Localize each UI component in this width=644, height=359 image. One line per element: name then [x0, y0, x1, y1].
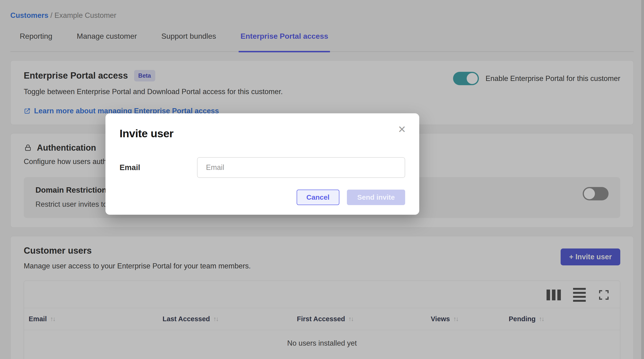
email-input[interactable]: [197, 157, 405, 178]
modal-actions: Cancel Send invite: [120, 190, 405, 205]
modal-title: Invite user: [120, 127, 405, 140]
email-field-label: Email: [120, 163, 197, 172]
cancel-button[interactable]: Cancel: [297, 190, 340, 205]
customer-portal-page: Customers / Example Customer Reporting M…: [0, 0, 644, 359]
close-icon[interactable]: ✕: [398, 125, 406, 134]
email-field-row: Email: [120, 157, 405, 178]
invite-user-modal: Invite user ✕ Email Cancel Send invite: [106, 113, 419, 215]
send-invite-button[interactable]: Send invite: [347, 190, 405, 205]
